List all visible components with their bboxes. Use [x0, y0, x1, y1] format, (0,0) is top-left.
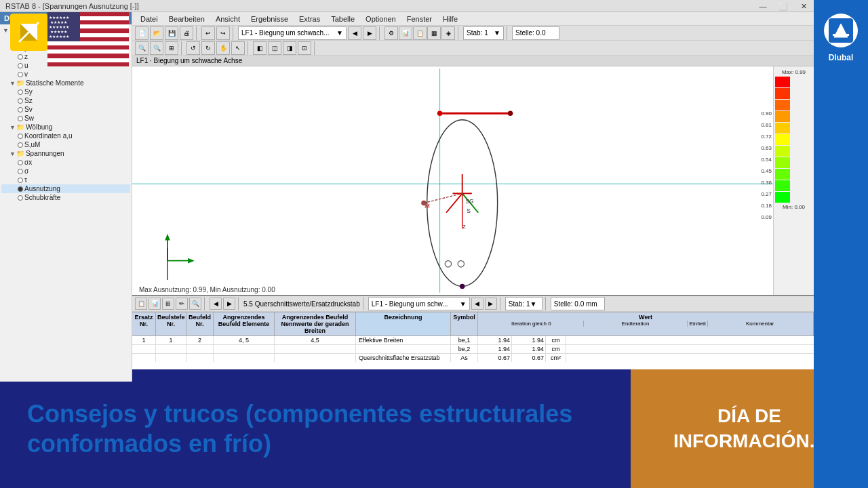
flag-overlay: ★★★★★★ ★★★★★ ★★★★★★ ★★★★★ ★★★★★★ — [47, 12, 129, 66]
tree-sv[interactable]: Sv — [1, 105, 130, 114]
tb-icon1[interactable]: ⚙ — [384, 26, 398, 40]
tb-view4[interactable]: ⊡ — [298, 41, 311, 55]
tb-icon5[interactable]: ◈ — [441, 26, 455, 40]
menu-ansicht[interactable]: Ansicht — [210, 15, 245, 23]
tree-sigma[interactable]: σ — [1, 167, 130, 176]
banner-left: Consejos y trucos (componentes estructur… — [0, 369, 631, 488]
tree-schubkrafte-label: Schubkräfte — [24, 194, 60, 201]
tb-open[interactable]: 📂 — [150, 26, 163, 40]
stab-dropdown[interactable]: Stab: 1 ▼ — [463, 26, 504, 40]
table-stab-label: Stab: 1 — [509, 300, 530, 308]
maximize-button[interactable]: ⬜ — [773, 0, 793, 12]
col-bezeichnung: Bezeichnung — [356, 312, 451, 336]
scale-values: 0.900.810.720.630.540.450.360.270.180.09 — [761, 108, 772, 223]
row2-iter0: 1.94 — [478, 345, 512, 353]
tree-z-label: z — [24, 53, 28, 60]
t-btn-1[interactable]: 📋 — [135, 298, 147, 310]
row1-ang-el: 4, 5 — [214, 336, 275, 344]
col-kommentar: Kommentar — [708, 321, 812, 327]
t-btn-2[interactable]: 📊 — [149, 298, 161, 310]
tree-statische-momente[interactable]: ▼ 📁 Statische Momente — [1, 79, 130, 87]
tree-v[interactable]: v — [1, 70, 130, 79]
table-stab-dropdown[interactable]: Stab: 1 ▼ — [505, 297, 542, 310]
minimize-button[interactable]: — — [753, 0, 773, 12]
row1-kommentar — [566, 336, 814, 344]
menu-bearbeiten[interactable]: Bearbeiten — [163, 15, 210, 23]
tb-view1[interactable]: ◧ — [253, 41, 267, 55]
row2-beulstefe — [156, 345, 186, 353]
menu-extras[interactable]: Extras — [294, 15, 326, 23]
tree-sw[interactable]: Sw — [1, 114, 130, 123]
tb-new[interactable]: 📄 — [135, 26, 149, 40]
tree-schubkrafte[interactable]: Schubkräfte — [1, 193, 130, 202]
tb-select[interactable]: ↖ — [231, 41, 245, 55]
tree-sz[interactable]: Sz — [1, 96, 130, 105]
t-btn-3[interactable]: ⊞ — [162, 298, 174, 310]
menu-ergebnisse[interactable]: Ergebnisse — [245, 15, 294, 23]
row2-einheit: cm — [546, 345, 566, 353]
menu-hilfe[interactable]: Hilfe — [437, 15, 463, 23]
tb-undo[interactable]: ↩ — [201, 26, 215, 40]
tree-sx[interactable]: σx — [1, 158, 130, 167]
us-flag-svg: ★★★★★★ ★★★★★ ★★★★★★ ★★★★★ ★★★★★★ — [47, 12, 129, 66]
tb-prev[interactable]: ◀ — [348, 26, 361, 40]
main-wrapper: RSTAB 8 - [Spannungen Ausnutzung [-]] — … — [0, 0, 868, 488]
row3-iter0: 0.67 — [478, 354, 512, 362]
col-wert-header: Wert Iteration gleich 0 Endteration Einh… — [478, 312, 814, 336]
tb-rotate-right[interactable]: ↻ — [201, 41, 215, 55]
banner-main-text: Consejos y trucos (componentes estructur… — [27, 399, 604, 458]
tree-wolbung[interactable]: ▼ 📁 Wölbung — [1, 123, 130, 131]
row1-beulstefe: 1 — [156, 336, 186, 344]
row2-symbol: be,2 — [451, 345, 478, 353]
tb-pan[interactable]: ✋ — [216, 41, 230, 55]
canvas-drawing[interactable]: SG S z M — [132, 66, 773, 295]
tree-spannungen[interactable]: ▼ 📁 Spannungen — [1, 149, 130, 158]
row1-enditer: 1.94 — [512, 336, 546, 344]
tb-fit[interactable]: ⊞ — [165, 41, 178, 55]
tb-zoom-out[interactable]: 🔍 — [150, 41, 163, 55]
t-btn-6[interactable]: ◀ — [210, 298, 222, 310]
tree-ausnutzung[interactable]: Ausnutzung — [1, 184, 130, 193]
tree-sum[interactable]: S,uM — [1, 140, 130, 149]
col-endteration: Endteration — [584, 321, 688, 327]
tb-print[interactable]: 🖨 — [180, 26, 193, 40]
tb-save[interactable]: 💾 — [165, 26, 178, 40]
tb-zoom-in[interactable]: 🔍 — [135, 41, 149, 55]
row3-enditer: 0.67 — [512, 354, 546, 362]
tb-next[interactable]: ▶ — [363, 26, 376, 40]
table-lf-dropdown[interactable]: LF1 - Biegung um schw... ▼ — [368, 297, 470, 310]
col-iteration: Iteration gleich 0 — [479, 321, 584, 327]
tb-icon3[interactable]: 📋 — [413, 26, 427, 40]
menu-fenster[interactable]: Fenster — [401, 15, 437, 23]
tb-view3[interactable]: ◨ — [283, 41, 296, 55]
svg-line-16 — [424, 193, 462, 203]
tb-view2[interactable]: ◫ — [268, 41, 281, 55]
lf-dropdown[interactable]: LF1 - Biegung um schwach... ▼ — [238, 26, 347, 40]
row2-ang-nennwerte — [275, 345, 356, 353]
svg-text:★★★★★★: ★★★★★★ — [49, 35, 69, 39]
t-btn-7[interactable]: ▶ — [223, 298, 235, 310]
tb-rotate-left[interactable]: ↺ — [186, 41, 200, 55]
t-next[interactable]: ▶ — [485, 298, 497, 310]
tb-redo[interactable]: ↪ — [216, 26, 230, 40]
dlubal-icon — [824, 14, 858, 47]
tree-koordinaten[interactable]: Koordinaten a,u — [1, 131, 130, 140]
menu-datei[interactable]: Datei — [135, 15, 163, 23]
svg-text:S: S — [467, 207, 471, 214]
t-prev[interactable]: ◀ — [471, 298, 484, 310]
menu-optionen[interactable]: Optionen — [360, 15, 401, 23]
menu-tabelle[interactable]: Tabelle — [326, 15, 360, 23]
close-button[interactable]: ✕ — [793, 0, 814, 12]
tb-icon2[interactable]: 📊 — [399, 26, 412, 40]
t-btn-5[interactable]: 🔍 — [189, 298, 201, 310]
tree-statische-momente-label: Statische Momente — [26, 79, 84, 87]
t-btn-4[interactable]: ✏ — [176, 298, 188, 310]
color-scale: Max: 0.99 — [773, 66, 814, 295]
table-stelle-dropdown[interactable]: Stelle: 0.0 mm — [551, 297, 605, 310]
stelle-dropdown[interactable]: Stelle: 0.0 — [512, 26, 559, 40]
svg-rect-28 — [833, 34, 849, 36]
tree-sy[interactable]: Sy — [1, 87, 130, 96]
tree-tau[interactable]: τ — [1, 176, 130, 184]
col-beulstefe-nr: BeulstefeNr. — [156, 312, 186, 336]
tb-icon4[interactable]: ▦ — [427, 26, 441, 40]
